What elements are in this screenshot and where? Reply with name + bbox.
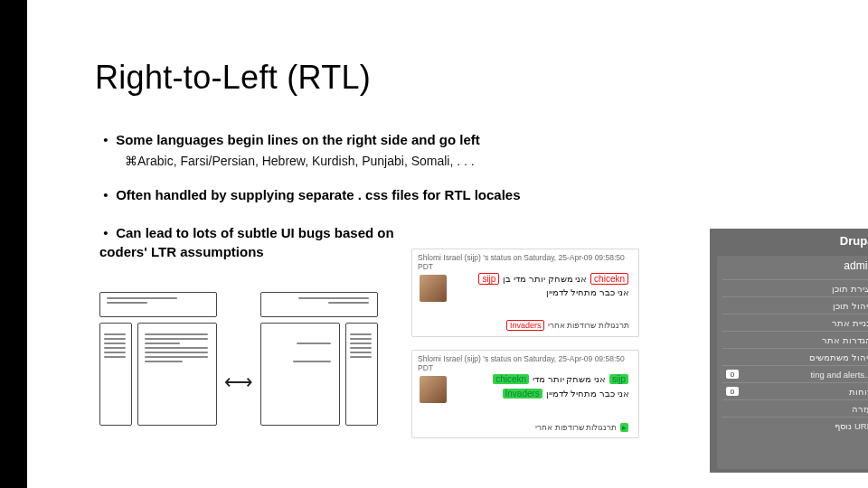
admin-menu-label: דוחות	[849, 387, 868, 397]
sketch-lines	[268, 297, 369, 304]
admin-menu-item[interactable]: הגדרות אתר	[722, 331, 868, 348]
bullet-1-text: Some languages begin lines on the right …	[116, 132, 480, 147]
shot-header: Shlomi Israel (sijp) 's status on Saturd…	[418, 354, 633, 372]
admin-menu-item[interactable]: בניית אתר	[722, 314, 868, 331]
slide-title: Right-to-Left (RTL)	[95, 59, 371, 97]
bullet-1-sub-text: Arabic, Farsi/Persian, Hebrew, Kurdish, …	[137, 154, 475, 168]
admin-menu-label: ...ting and alerts	[810, 370, 868, 380]
avatar	[420, 376, 447, 403]
count-badge: 0	[726, 370, 739, 379]
sketch-b-header	[260, 292, 378, 317]
admin-menu-item[interactable]: דוחות0	[722, 382, 868, 399]
footer-pill: ▸	[620, 423, 628, 432]
layout-swap-sketch: ⟷	[99, 285, 380, 456]
admin-menu-item[interactable]: עזרה	[722, 399, 868, 417]
shot-header: Shlomi Israel (sijp) 's status on Saturd…	[418, 253, 633, 271]
count-badge: 0	[726, 387, 739, 396]
avatar	[420, 275, 447, 302]
tag-chicken: chicekn	[493, 374, 529, 384]
figures-area: ⟷ Shlomi Israel (sijp) 's status on Satu…	[99, 285, 868, 474]
drupal-logo: Drupal	[840, 234, 868, 248]
sketch-lines	[350, 333, 372, 358]
sketch-lines	[145, 333, 208, 362]
admin-menu-item[interactable]: ניהול משתמשים	[722, 348, 868, 365]
admin-menu-item[interactable]: URL נוסף	[722, 417, 868, 434]
shot-footer-text: תרנגולות שרודפות אחרי	[535, 423, 617, 432]
admin-menu-label: ניהול משתמשים	[809, 352, 868, 362]
slide-accent-bar	[0, 0, 27, 488]
swap-arrow-icon: ⟷	[224, 371, 253, 394]
shot-line-1-mid: אני משחק יותר מדי	[533, 374, 606, 384]
shot-line-2: אני כבר מתחיל לדמיין Invaders	[502, 389, 629, 399]
sketch-lines	[104, 333, 126, 358]
admin-menu-item[interactable]: ...ting and alerts0	[722, 365, 868, 382]
status-screenshots: Shlomi Israel (sijp) 's status on Saturd…	[411, 249, 637, 447]
shot-line-2: אני כבר מתחיל לדמיין	[546, 287, 629, 297]
bullet-dot-icon: •	[99, 224, 112, 242]
bullet-2: • Often handled by supplying separate . …	[99, 186, 750, 204]
sketch-a-header	[99, 292, 217, 317]
admin-menu: יצירת תוכןניהול תוכןבניית אתרהגדרות אתרנ…	[722, 279, 868, 464]
status-shot-wrong: Shlomi Israel (sijp) 's status on Saturd…	[411, 249, 639, 337]
admin-menu-label: URL נוסף	[835, 421, 868, 431]
shot-line-1: sijp אני משחק יותר מדי chicekn	[492, 374, 629, 384]
tag-sijp: sijp	[609, 374, 628, 384]
tag-invaders: Invaders	[506, 320, 545, 331]
admin-menu-label: עזרה	[852, 404, 868, 414]
shot-footer-tail: תרנגולות שרודפות אחרי	[548, 321, 629, 330]
sketch-lines	[268, 333, 331, 362]
admin-card: admin יצירת תוכןניהול תוכןבניית אתרהגדרו…	[717, 256, 868, 469]
drupal-admin-panel: Drupal admin יצירת תוכןניהול תוכןבניית א…	[710, 229, 868, 473]
admin-menu-label: בניית אתר	[832, 318, 868, 328]
admin-menu-item[interactable]: יצירת תוכן	[722, 279, 868, 296]
admin-menu-label: הגדרות אתר	[822, 335, 868, 345]
admin-menu-label: יצירת תוכן	[832, 284, 868, 294]
bullet-2-text: Often handled by supplying separate . cs…	[116, 187, 520, 202]
admin-menu-label: ניהול תוכן	[833, 301, 868, 311]
shot-line-1: chicekn אני משחק יותר מדי בן sijp	[477, 273, 629, 285]
shot-footer: תרנגולות שרודפות אחרי Invaders	[505, 320, 629, 331]
tag-sijp: sijp	[478, 273, 499, 285]
bullet-dot-icon: •	[99, 186, 112, 204]
link-icon: ⌘	[125, 154, 137, 168]
tag-chicken: chicekn	[590, 273, 628, 285]
shot-line-1-mid: אני משחק יותר מדי בן	[503, 274, 587, 284]
bullet-1-sub: ⌘Arabic, Farsi/Persian, Hebrew, Kurdish,…	[125, 153, 750, 170]
shot-footer: ▸ תרנגולות שרודפות אחרי	[535, 423, 629, 432]
sketch-lines	[107, 297, 208, 304]
bullet-1: • Some languages begin lines on the righ…	[99, 131, 750, 149]
bullet-dot-icon: •	[99, 131, 112, 149]
status-shot-correct: Shlomi Israel (sijp) 's status on Saturd…	[411, 350, 639, 438]
bullet-3-text: Can lead to lots of subtle UI bugs based…	[99, 225, 394, 258]
shot-line-2-tail: אני כבר מתחיל לדמיין	[546, 389, 629, 399]
bullet-list: • Some languages begin lines on the righ…	[99, 131, 750, 261]
admin-username: admin	[844, 259, 868, 272]
bullet-3: • Can lead to lots of subtle UI bugs bas…	[99, 224, 434, 261]
slide-body: { "title": "Right-to-Left (RTL)", "bulle…	[27, 0, 868, 488]
admin-menu-item[interactable]: ניהול תוכן	[722, 296, 868, 314]
tag-invaders: Invaders	[503, 389, 542, 399]
